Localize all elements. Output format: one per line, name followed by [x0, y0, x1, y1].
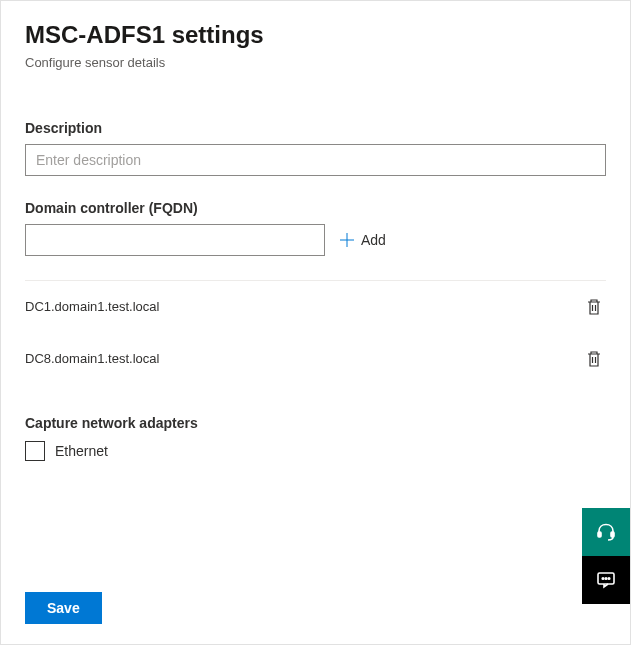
trash-icon: [586, 350, 602, 368]
dc-name: DC1.domain1.test.local: [25, 299, 159, 314]
trash-icon: [586, 298, 602, 316]
fqdn-label: Domain controller (FQDN): [25, 200, 606, 216]
feedback-button[interactable]: [582, 556, 630, 604]
description-label: Description: [25, 120, 606, 136]
add-button-label: Add: [361, 232, 386, 248]
page-title: MSC-ADFS1 settings: [25, 21, 606, 49]
list-item: DC1.domain1.test.local: [25, 281, 606, 333]
fqdn-input[interactable]: [25, 224, 325, 256]
svg-rect-3: [611, 532, 614, 537]
support-button[interactable]: [582, 508, 630, 556]
save-button[interactable]: Save: [25, 592, 102, 624]
page-subtitle: Configure sensor details: [25, 55, 606, 70]
adapters-label: Capture network adapters: [25, 415, 606, 431]
description-input[interactable]: [25, 144, 606, 176]
add-button[interactable]: Add: [339, 232, 386, 248]
svg-rect-2: [598, 532, 601, 537]
svg-point-6: [605, 578, 607, 580]
delete-button[interactable]: [582, 294, 606, 320]
svg-point-5: [602, 578, 604, 580]
list-item: DC8.domain1.test.local: [25, 333, 606, 385]
ethernet-checkbox-label: Ethernet: [55, 443, 108, 459]
dc-name: DC8.domain1.test.local: [25, 351, 159, 366]
float-buttons: [582, 508, 630, 604]
plus-icon: [339, 232, 355, 248]
dc-list: DC1.domain1.test.local DC8.domain1.test.…: [25, 281, 606, 385]
headset-icon: [596, 522, 616, 542]
ethernet-checkbox[interactable]: [25, 441, 45, 461]
svg-point-7: [608, 578, 610, 580]
delete-button[interactable]: [582, 346, 606, 372]
chat-icon: [596, 570, 616, 590]
